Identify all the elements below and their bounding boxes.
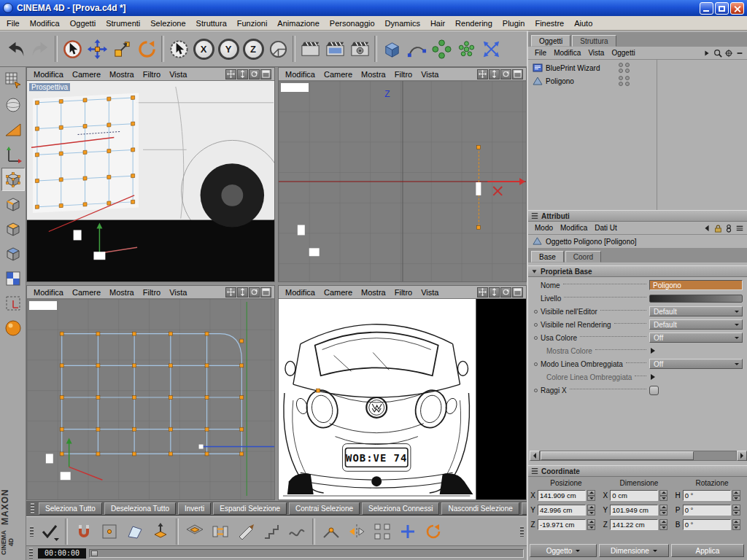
mirror-tool-button[interactable] (344, 519, 368, 543)
target-icon[interactable] (724, 49, 733, 58)
timeline-thumb[interactable] (91, 551, 98, 556)
mostra-colore-expander[interactable] (651, 348, 658, 354)
add-modeling-object-button[interactable] (454, 34, 479, 63)
menu-struttura[interactable]: Struttura (191, 18, 232, 29)
rotate-view-icon[interactable] (249, 287, 260, 298)
render-active-view-button[interactable] (322, 34, 347, 63)
vp-menu-filtro[interactable]: Filtro (139, 70, 165, 79)
rotation-h-spinner[interactable] (732, 490, 740, 501)
tab-base[interactable]: Base (531, 251, 564, 262)
palette-grip[interactable] (30, 526, 34, 537)
add-point-button[interactable] (97, 519, 121, 543)
viewport-canvas-right[interactable]: Z (279, 81, 526, 281)
oggetto-dropdown[interactable]: Oggetto (530, 544, 597, 557)
vp-menu-mostra[interactable]: Mostra (105, 288, 139, 297)
vp-menu-modifica[interactable]: Modifica (281, 70, 320, 79)
usa-colore-dropdown[interactable]: Off (649, 332, 743, 343)
redo-button[interactable] (28, 34, 53, 63)
vp-menu-vista[interactable]: Vista (417, 70, 443, 79)
am-menu-modifica[interactable]: Modifica (557, 224, 591, 232)
position-x-spinner[interactable] (587, 490, 595, 501)
viewport-canvas-perspective[interactable]: Prospettiva (27, 81, 274, 281)
auto-switch-button[interactable] (37, 519, 61, 543)
toggle-view-icon[interactable] (260, 287, 271, 298)
lock-y-axis-button[interactable]: Y (216, 34, 241, 63)
add-structure-button[interactable] (395, 519, 419, 543)
scroll-track[interactable] (540, 451, 737, 461)
rotate-tool-button[interactable] (134, 34, 159, 63)
panel-menu-icon[interactable] (735, 224, 744, 233)
live-selection-button[interactable] (166, 34, 191, 63)
smooth-shift-button[interactable] (285, 519, 309, 543)
move-tool-button[interactable] (85, 34, 109, 63)
modo-linea-dropdown[interactable]: Off (649, 359, 743, 369)
close-button[interactable] (730, 2, 744, 15)
weld-tool-button[interactable] (319, 519, 343, 543)
livello-bar[interactable] (649, 295, 743, 303)
dimension-z-spinner[interactable] (659, 519, 667, 530)
pan-view-icon[interactable] (477, 287, 488, 298)
texture-axis-mode-button[interactable] (1, 292, 25, 315)
toggle-view-icon[interactable] (260, 69, 271, 79)
menu-overflow-icon[interactable] (703, 49, 711, 58)
nascondi-selezione-button[interactable]: Nascondi Selezione (441, 502, 519, 515)
menu-hair[interactable]: Hair (425, 18, 450, 29)
am-menu-modo[interactable]: Modo (531, 224, 557, 232)
vp-menu-camere[interactable]: Camere (68, 288, 105, 297)
position-y-field[interactable]: 42.996 cm (538, 505, 586, 516)
toggle-view-icon[interactable] (512, 69, 523, 79)
model-mode-button[interactable] (1, 93, 25, 117)
scroll-right-button[interactable] (737, 451, 747, 461)
pan-view-icon[interactable] (477, 69, 488, 79)
vp-menu-mostra[interactable]: Mostra (357, 70, 390, 79)
menu-personaggio[interactable]: Personaggio (325, 18, 380, 29)
lock-z-axis-button[interactable]: Z (241, 34, 266, 63)
extrude-button[interactable] (148, 519, 172, 543)
polygons-mode-button[interactable] (1, 217, 25, 241)
menu-plugin[interactable]: Plugin (498, 18, 530, 29)
menu-selezione[interactable]: Selezione (145, 18, 190, 29)
uv-mode-button[interactable] (1, 242, 25, 265)
make-editable-button[interactable] (1, 69, 25, 92)
menu-animazione[interactable]: Animazione (272, 18, 324, 29)
lock-icon[interactable] (713, 224, 722, 233)
scroll-left-button[interactable] (530, 451, 540, 461)
vp-menu-filtro[interactable]: Filtro (139, 288, 165, 297)
view-label-field[interactable] (281, 83, 309, 92)
position-z-spinner[interactable] (587, 519, 595, 530)
seleziona-connessi-button[interactable]: Seleziona Connessi (362, 502, 439, 515)
tab-struttura[interactable]: Struttura (572, 35, 616, 47)
seleziona-tutto-button[interactable]: Seleziona Tutto (39, 502, 102, 515)
palette-grip[interactable] (29, 548, 33, 559)
visibility-toggles[interactable] (619, 76, 630, 86)
minimize-button[interactable] (700, 2, 713, 15)
menu-modifica[interactable]: Modifica (25, 18, 65, 29)
vp-menu-vista[interactable]: Vista (417, 288, 443, 297)
vp-menu-filtro[interactable]: Filtro (390, 288, 417, 297)
vp-menu-modifica[interactable]: Modifica (29, 288, 68, 297)
inverti-button[interactable]: Inverti (178, 502, 211, 515)
dimension-y-spinner[interactable] (659, 505, 667, 516)
coordinate-system-button[interactable] (266, 34, 290, 63)
rotation-b-spinner[interactable] (732, 519, 740, 530)
position-z-field[interactable]: -19.971 cm (538, 519, 586, 530)
nome-field[interactable]: Poligono (649, 280, 743, 290)
dimension-x-field[interactable]: 0 cm (610, 490, 658, 501)
menu-rendering[interactable]: Rendering (450, 18, 498, 29)
menu-file[interactable]: File (1, 18, 25, 29)
scroll-thumb[interactable] (541, 451, 694, 460)
vp-menu-modifica[interactable]: Modifica (29, 70, 68, 79)
pan-view-icon[interactable] (225, 69, 236, 79)
selection-tool-button[interactable] (60, 34, 85, 63)
rotation-p-field[interactable]: 0 ° (683, 505, 731, 516)
vp-menu-filtro[interactable]: Filtro (390, 70, 417, 79)
vp-menu-camere[interactable]: Camere (320, 70, 357, 79)
om-menu-oggetti[interactable]: Oggetti (608, 49, 638, 57)
array-tool-button[interactable] (370, 519, 394, 543)
add-deformer-button[interactable] (479, 34, 503, 63)
inner-extrude-button[interactable] (182, 519, 206, 543)
rotate-segment-button[interactable] (421, 519, 445, 543)
object-row-blueprint-wizard[interactable]: BluePrint Wizard (528, 61, 747, 74)
tab-coord[interactable]: Coord (565, 251, 601, 262)
menu-dynamics[interactable]: Dynamics (380, 18, 425, 29)
